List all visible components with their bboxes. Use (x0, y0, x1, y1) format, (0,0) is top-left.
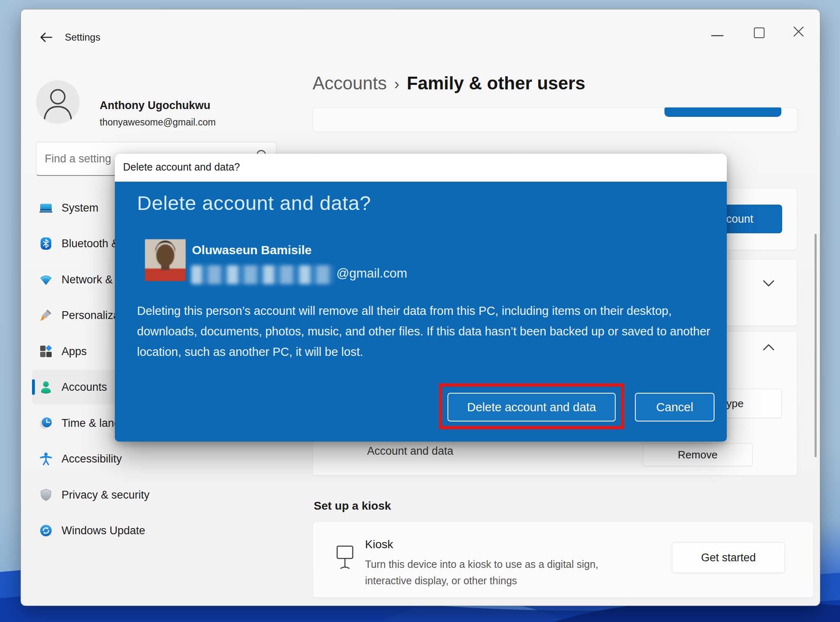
sidebar-item-label: Accounts (62, 381, 107, 394)
account-photo (145, 239, 186, 281)
kiosk-description-line2: interactive display, or other things (365, 572, 517, 589)
dialog-heading: Delete account and data? (137, 191, 371, 214)
get-started-button[interactable]: Get started (672, 542, 785, 573)
user-email: thonyawesome@gmail.com (100, 117, 216, 128)
cancel-button[interactable]: Cancel (635, 393, 714, 422)
close-button[interactable] (792, 25, 805, 38)
sidebar-item-label: System (62, 202, 98, 214)
person-icon (36, 80, 80, 124)
screen: Settings Anthony Ugochukwu thonyawesome@… (0, 0, 840, 622)
bluetooth-icon (39, 237, 52, 250)
dialog-titlebar: Delete account and data? (115, 154, 727, 182)
sidebar-item-accessibility[interactable]: Accessibility (32, 442, 189, 476)
shield-icon (39, 488, 52, 501)
chevron-down-icon[interactable] (762, 279, 775, 288)
accounts-icon (39, 380, 52, 394)
kiosk-icon (336, 545, 354, 571)
kiosk-section-title: Set up a kiosk (314, 499, 391, 513)
sidebar-item-label: Accessibility (62, 453, 122, 465)
sidebar-item-label: Apps (62, 345, 87, 358)
account-name: Oluwaseun Bamisile (192, 243, 312, 257)
page-title: Family & other users (407, 73, 585, 93)
delete-account-dialog: Delete account and data? Delete account … (115, 154, 727, 442)
scrollbar[interactable] (815, 234, 817, 457)
account-email-domain: @gmail.com (336, 266, 407, 281)
dialog-title: Delete account and data? (123, 161, 240, 173)
remove-button[interactable]: Remove (643, 443, 753, 466)
system-icon (39, 201, 52, 214)
kiosk-title: Kiosk (365, 538, 393, 551)
dialog-body-text: Deleting this person’s account will remo… (137, 301, 711, 362)
window-title: Settings (65, 32, 100, 43)
sidebar-item-privacy-security[interactable]: Privacy & security (32, 478, 189, 512)
breadcrumb-accounts[interactable]: Accounts (313, 73, 387, 93)
chevron-up-icon[interactable] (762, 343, 775, 352)
red-highlight-box (439, 383, 624, 429)
apps-icon (39, 345, 52, 358)
blurred-email (191, 265, 334, 284)
sidebar-item-label: Windows Update (62, 524, 145, 537)
add-family-member-button-partial[interactable] (664, 107, 781, 117)
sidebar-item-windows-update[interactable]: Windows Update (32, 513, 189, 548)
breadcrumb-separator: › (387, 75, 407, 93)
minimize-button[interactable] (711, 34, 724, 37)
avatar[interactable] (36, 80, 80, 124)
maximize-button[interactable] (754, 27, 765, 38)
kiosk-description-line1: Turn this device into a kiosk to use as … (365, 556, 598, 572)
breadcrumb: Accounts›Family & other users (313, 73, 585, 93)
change-account-type-button-partial[interactable]: ype (721, 389, 782, 418)
back-button[interactable] (39, 31, 53, 43)
account-and-data-label: Account and data (367, 445, 453, 458)
user-name: Anthony Ugochukwu (100, 99, 210, 112)
accessibility-icon (39, 452, 52, 465)
wifi-icon (39, 273, 52, 286)
paintbrush-icon (39, 309, 52, 322)
selected-indicator (32, 379, 35, 395)
sidebar-item-label: Privacy & security (62, 489, 150, 501)
update-icon (39, 524, 52, 537)
clock-icon (39, 417, 52, 430)
